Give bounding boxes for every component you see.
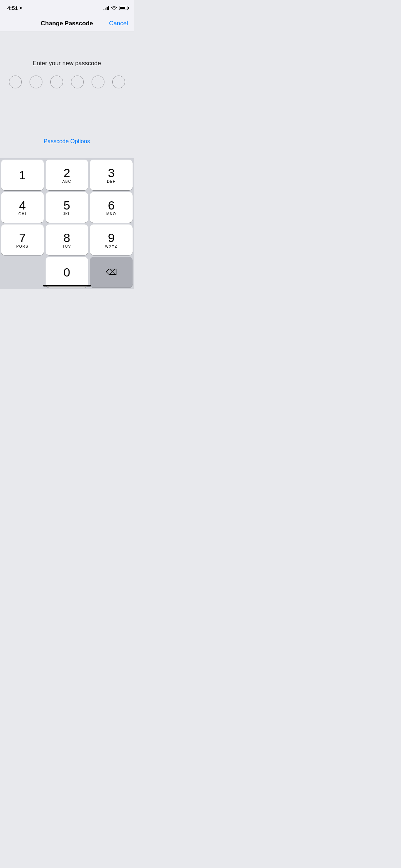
passcode-dot-1 [9, 76, 22, 88]
key-1[interactable]: 1 [1, 160, 44, 190]
cancel-button[interactable]: Cancel [109, 20, 128, 27]
keyboard-row-2: 4 GHI 5 JKL 6 MNO [1, 192, 133, 223]
key-3[interactable]: 3 DEF [90, 160, 133, 190]
main-content: Enter your new passcode Passcode Options [0, 31, 134, 145]
passcode-options-button[interactable]: Passcode Options [44, 138, 90, 145]
numeric-keyboard: 1 2 ABC 3 DEF 4 GHI 5 JKL 6 MNO 7 PQRS [0, 158, 134, 289]
passcode-dot-4 [71, 76, 84, 88]
passcode-dot-2 [30, 76, 42, 88]
home-indicator [43, 285, 91, 286]
passcode-dot-5 [92, 76, 104, 88]
status-bar: 4:51 ➤ [0, 0, 134, 16]
keyboard-row-4: 0 ⌫ [1, 257, 133, 288]
delete-icon: ⌫ [106, 268, 117, 277]
key-5[interactable]: 5 JKL [46, 192, 88, 223]
navigation-bar: Change Passcode Cancel [0, 16, 134, 31]
keyboard-row-3: 7 PQRS 8 TUV 9 WXYZ [1, 224, 133, 255]
passcode-prompt: Enter your new passcode [33, 60, 101, 67]
delete-button[interactable]: ⌫ [90, 257, 133, 288]
passcode-dot-3 [50, 76, 63, 88]
status-time: 4:51 ➤ [7, 5, 22, 11]
passcode-dot-6 [112, 76, 125, 88]
passcode-dots [9, 76, 125, 88]
wifi-icon [111, 6, 117, 10]
key-2[interactable]: 2 ABC [46, 160, 88, 190]
key-empty [1, 257, 44, 288]
key-6[interactable]: 6 MNO [90, 192, 133, 223]
time-display: 4:51 [7, 5, 18, 11]
status-icons [103, 6, 128, 10]
key-9[interactable]: 9 WXYZ [90, 224, 133, 255]
keyboard-row-1: 1 2 ABC 3 DEF [1, 160, 133, 190]
page-title: Change Passcode [41, 20, 93, 27]
key-8[interactable]: 8 TUV [46, 224, 88, 255]
key-7[interactable]: 7 PQRS [1, 224, 44, 255]
battery-icon [119, 6, 128, 10]
key-0[interactable]: 0 [46, 257, 88, 288]
key-4[interactable]: 4 GHI [1, 192, 44, 223]
location-icon: ➤ [19, 6, 22, 10]
signal-icon [103, 6, 109, 10]
